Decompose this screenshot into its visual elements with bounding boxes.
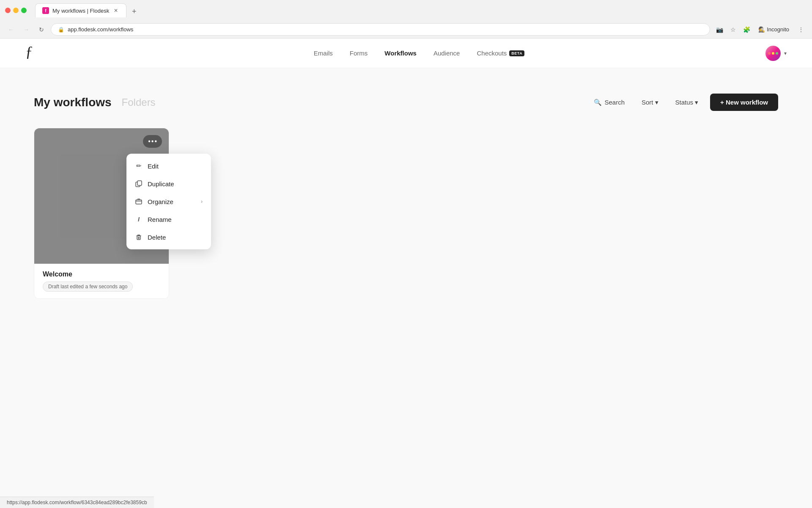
active-tab[interactable]: f My workflows | Flodesk ✕: [35, 3, 126, 17]
app-nav: Emails Forms Workflows Audience Checkout…: [73, 50, 765, 57]
context-menu-edit[interactable]: ✏ Edit: [126, 157, 211, 175]
context-menu-rename[interactable]: I Rename: [126, 210, 211, 228]
browser-nav: ← → ↻ 🔒 app.flodesk.com/workflows 📷 ☆ 🧩 …: [0, 21, 812, 38]
more-options-button[interactable]: ⋮: [795, 24, 807, 36]
header-right: ▾: [765, 46, 787, 61]
rename-icon: I: [135, 215, 143, 223]
rename-label: Rename: [148, 216, 172, 223]
nav-checkouts-label: Checkouts: [477, 50, 507, 57]
sort-chevron-icon: ▾: [655, 99, 658, 106]
workflows-grid: • • • ✏ Edit: [34, 128, 778, 299]
workflow-name: Welcome: [43, 271, 160, 278]
organize-label: Organize: [148, 198, 173, 205]
search-label: Search: [604, 99, 625, 106]
status-chevron-icon: ▾: [695, 99, 698, 106]
address-bar[interactable]: 🔒 app.flodesk.com/workflows: [51, 23, 710, 36]
page-title: My workflows: [34, 96, 112, 109]
bookmark-button[interactable]: ☆: [727, 24, 739, 36]
status-label: Status: [675, 99, 694, 106]
browser-chrome: f My workflows | Flodesk ✕ + ← → ↻ 🔒 app…: [0, 0, 812, 39]
tab-close-button[interactable]: ✕: [112, 7, 119, 14]
workflow-status-badge: Draft last edited a few seconds ago: [43, 282, 133, 292]
nav-emails[interactable]: Emails: [314, 50, 333, 57]
context-menu: ✏ Edit Duplicate: [126, 154, 211, 249]
more-dot-2: •: [151, 138, 154, 145]
avatar-dot-red: [768, 52, 771, 55]
sort-label: Sort: [642, 99, 653, 106]
more-dot-3: •: [154, 138, 157, 145]
sort-button[interactable]: Sort ▾: [636, 95, 664, 110]
more-dot-1: •: [148, 138, 151, 145]
browser-titlebar: f My workflows | Flodesk ✕ +: [0, 0, 812, 21]
browser-dots: [5, 8, 27, 13]
cast-button[interactable]: 📷: [713, 24, 725, 36]
minimize-dot[interactable]: [13, 8, 19, 13]
context-menu-organize[interactable]: Organize ›: [126, 193, 211, 210]
avatar-icon: [768, 52, 778, 55]
svg-rect-3: [136, 200, 142, 204]
svg-text:ƒ: ƒ: [25, 44, 33, 59]
edit-icon: ✏: [135, 162, 143, 170]
back-button[interactable]: ←: [5, 24, 17, 36]
page-content: My workflows Folders 🔍 Search Sort ▾ Sta…: [0, 68, 812, 324]
workflow-card-preview: • • • ✏ Edit: [34, 128, 169, 264]
refresh-button[interactable]: ↻: [36, 24, 47, 36]
page-title-group: My workflows Folders: [34, 96, 156, 109]
app-header: ƒ Emails Forms Workflows Audience Checko…: [0, 39, 812, 68]
context-menu-duplicate[interactable]: Duplicate: [126, 175, 211, 193]
new-tab-button[interactable]: +: [128, 6, 140, 17]
avatar-dot-green: [776, 52, 778, 55]
url-text: app.flodesk.com/workflows: [68, 26, 133, 33]
incognito-button[interactable]: 🕵️ Incognito: [754, 25, 793, 34]
delete-icon: [135, 233, 143, 241]
browser-actions: 📷 ☆ 🧩 🕵️ Incognito ⋮: [713, 24, 807, 36]
search-button[interactable]: 🔍 Search: [589, 95, 630, 110]
folders-link[interactable]: Folders: [122, 97, 156, 108]
organize-chevron: ›: [201, 199, 203, 204]
app-logo[interactable]: ƒ: [25, 44, 39, 62]
delete-label: Delete: [148, 234, 166, 241]
nav-forms[interactable]: Forms: [350, 50, 368, 57]
tab-title: My workflows | Flodesk: [52, 8, 109, 14]
context-menu-delete[interactable]: Delete: [126, 228, 211, 246]
avatar-chevron[interactable]: ▾: [784, 50, 787, 56]
maximize-dot[interactable]: [21, 8, 27, 13]
svg-rect-4: [137, 236, 140, 240]
workflow-more-button[interactable]: • • •: [143, 135, 162, 148]
duplicate-icon: [135, 180, 143, 188]
status-button[interactable]: Status ▾: [670, 95, 704, 110]
incognito-label: Incognito: [767, 26, 789, 33]
nav-checkouts[interactable]: Checkouts BETA: [477, 50, 524, 57]
workflow-card: • • • ✏ Edit: [34, 128, 169, 299]
avatar-dot-yellow: [772, 52, 774, 55]
lock-icon: 🔒: [58, 27, 64, 33]
duplicate-label: Duplicate: [148, 180, 174, 188]
tab-favicon: f: [42, 7, 49, 14]
browser-tabs: f My workflows | Flodesk ✕ +: [30, 3, 145, 17]
extensions-button[interactable]: 🧩: [741, 24, 752, 36]
forward-button[interactable]: →: [20, 24, 32, 36]
page-actions: 🔍 Search Sort ▾ Status ▾ + New workflow: [589, 94, 778, 111]
organize-icon: [135, 198, 143, 205]
avatar[interactable]: [765, 46, 781, 61]
status-url: https://app.flodesk.com/workflow/6343c84…: [7, 500, 147, 505]
page-header: My workflows Folders 🔍 Search Sort ▾ Sta…: [34, 94, 778, 111]
workflow-card-footer: Welcome Draft last edited a few seconds …: [34, 264, 169, 298]
edit-label: Edit: [148, 163, 159, 170]
search-icon: 🔍: [594, 99, 602, 106]
close-dot[interactable]: [5, 8, 11, 13]
new-workflow-button[interactable]: + New workflow: [710, 94, 778, 111]
status-bar: https://app.flodesk.com/workflow/6343c84…: [0, 497, 154, 508]
nav-workflows[interactable]: Workflows: [384, 50, 417, 57]
nav-audience[interactable]: Audience: [433, 50, 460, 57]
incognito-icon: 🕵️: [758, 26, 765, 33]
svg-rect-2: [137, 181, 142, 185]
beta-badge: BETA: [509, 50, 524, 56]
